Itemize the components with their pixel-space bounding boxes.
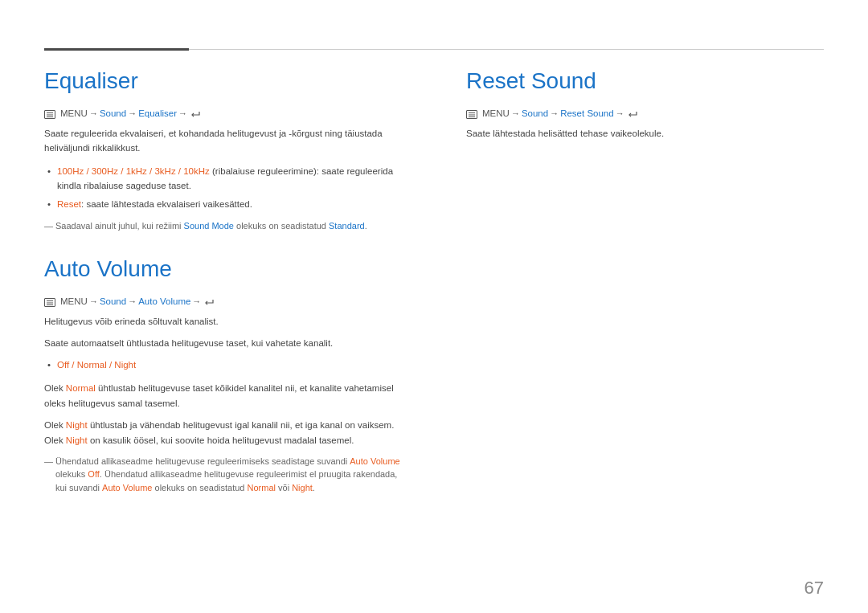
menu-icon-3 <box>466 110 477 119</box>
reset-highlight: Reset <box>57 199 81 209</box>
sound-link-3: Sound <box>522 108 548 118</box>
equaliser-title: Equaliser <box>44 68 402 94</box>
menu-label-2: MENU <box>60 296 88 306</box>
menu-label: MENU <box>60 108 88 118</box>
freq-highlight: 100Hz / 300Hz / 1kHz / 3kHz / 10kHz <box>57 166 210 176</box>
equaliser-bullet-2: Reset: saate lähtestada ekvalaiseri vaik… <box>44 197 402 211</box>
arrow-3: → <box>178 108 187 118</box>
auto-volume-bullet-1: Off / Normal / Night <box>44 358 402 372</box>
reset-normal-text: : saate lähtestada ekvalaiseri vaikesätt… <box>81 199 252 209</box>
arrow-7: → <box>511 108 520 118</box>
arrow-9: → <box>616 108 624 118</box>
auto-volume-note: Ühendatud allikaseadme helitugevuse regu… <box>44 455 402 495</box>
auto-volume-bullets: Off / Normal / Night <box>44 358 402 372</box>
sound-link-2: Sound <box>100 296 126 306</box>
auto-volume-note-link1: Auto Volume <box>350 456 399 466</box>
right-column: Reset Sound MENU → Sound → Reset Sound → <box>434 60 824 581</box>
arrow-1: → <box>89 108 98 118</box>
page: Equaliser MENU → Sound → Equaliser → <box>0 0 868 613</box>
enter-icon-1 <box>190 111 201 119</box>
equaliser-menu-path: MENU → Sound → Equaliser → <box>44 108 402 118</box>
reset-sound-description: Saate lähtestada helisätted tehase vaike… <box>466 126 824 141</box>
auto-volume-title: Auto Volume <box>44 256 402 282</box>
equaliser-note: Saadaval ainult juhul, kui režiimi Sound… <box>44 219 402 233</box>
sound-mode-link: Sound Mode <box>184 221 234 231</box>
menu-icon-2 <box>44 298 55 307</box>
standard-link: Standard <box>329 221 365 231</box>
normal-link-1: Normal <box>66 383 96 393</box>
equaliser-link: Equaliser <box>138 108 177 118</box>
off-normal-night-highlight: Off / Normal / Night <box>57 360 136 370</box>
auto-volume-desc2: Saate automaatselt ühtlustada helitugevu… <box>44 336 402 351</box>
arrow-4: → <box>89 296 98 306</box>
auto-volume-link: Auto Volume <box>138 296 190 306</box>
progress-bar-empty <box>189 49 824 50</box>
arrow-2: → <box>128 108 137 118</box>
auto-volume-desc1: Helitugevus võib erineda sõltuvalt kanal… <box>44 314 402 329</box>
arrow-6: → <box>192 296 201 306</box>
enter-icon-2 <box>204 299 215 307</box>
night-explanation: Olek Night ühtlustab ja vähendab helitug… <box>44 418 402 448</box>
reset-sound-section: Reset Sound MENU → Sound → Reset Sound → <box>466 68 824 141</box>
sound-link-1: Sound <box>100 108 126 118</box>
night-link-1: Night <box>66 420 88 430</box>
left-column: Equaliser MENU → Sound → Equaliser → <box>44 60 434 581</box>
menu-label-3: MENU <box>482 108 510 118</box>
night-link-3: Night <box>292 483 313 492</box>
equaliser-description: Saate reguleerida ekvalaiseri, et kohand… <box>44 126 402 156</box>
progress-bar-filled <box>44 48 189 51</box>
page-number: 67 <box>805 578 824 599</box>
arrow-8: → <box>550 108 559 118</box>
reset-sound-link: Reset Sound <box>560 108 614 118</box>
auto-volume-section: Auto Volume MENU → Sound → Auto Volume → <box>44 256 402 494</box>
reset-sound-menu-path: MENU → Sound → Reset Sound → <box>466 108 824 118</box>
normal-link-2: Normal <box>248 483 276 492</box>
equaliser-section: Equaliser MENU → Sound → Equaliser → <box>44 68 402 232</box>
content-area: Equaliser MENU → Sound → Equaliser → <box>44 60 824 581</box>
auto-volume-menu-path: MENU → Sound → Auto Volume → <box>44 296 402 306</box>
off-link: Off <box>88 469 99 479</box>
auto-volume-note-link2: Auto Volume <box>102 483 152 492</box>
night-link-2: Night <box>66 435 88 445</box>
reset-sound-title: Reset Sound <box>466 68 824 94</box>
equaliser-bullet-1: 100Hz / 300Hz / 1kHz / 3kHz / 10kHz (rib… <box>44 164 402 194</box>
equaliser-bullets: 100Hz / 300Hz / 1kHz / 3kHz / 10kHz (rib… <box>44 164 402 211</box>
arrow-5: → <box>128 296 137 306</box>
menu-icon <box>44 110 55 119</box>
enter-icon-3 <box>628 111 638 119</box>
progress-bar <box>44 48 824 51</box>
normal-explanation: Olek Normal ühtlustab helitugevuse taset… <box>44 381 402 411</box>
